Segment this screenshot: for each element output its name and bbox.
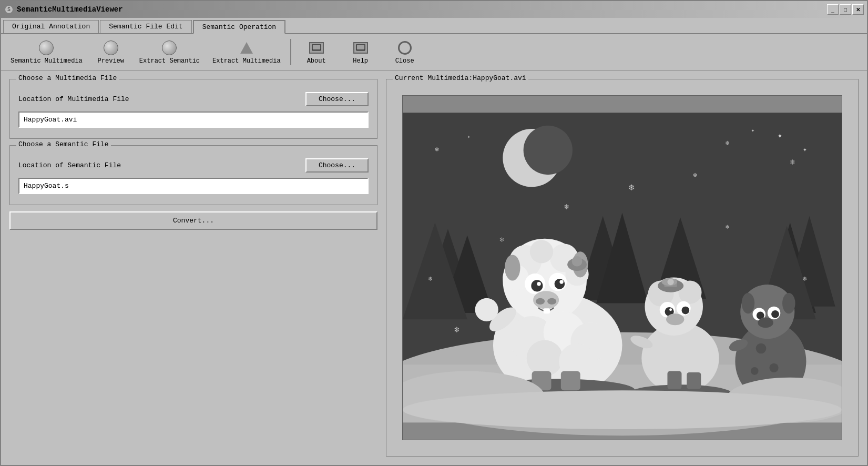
svg-text:✦: ✦ bbox=[467, 134, 471, 140]
tab-original-annotation[interactable]: Original Annotation bbox=[3, 20, 99, 33]
scene-svg: ✦ ✦ ✦ ❄ ❄ ✦ ❄ ❄ bbox=[403, 96, 842, 440]
minimize-button[interactable]: _ bbox=[827, 4, 839, 15]
right-panel: Current Multimedia:HappyGoat.avi ✦ ✦ ✦ ❄… bbox=[386, 79, 859, 457]
toolbar: Semantic Multimedia Preview Extract Sema… bbox=[1, 34, 867, 70]
svg-point-95 bbox=[782, 293, 795, 313]
semantic-location-label: Location of Semantic File bbox=[18, 161, 299, 169]
preview-button[interactable]: Preview bbox=[90, 37, 132, 67]
svg-point-92 bbox=[771, 310, 779, 318]
about-icon bbox=[308, 39, 325, 56]
preview-icon bbox=[103, 39, 119, 56]
current-multimedia-title: Current Multimedia:HappyGoat.avi bbox=[393, 74, 528, 82]
svg-point-98 bbox=[751, 367, 759, 375]
svg-rect-68 bbox=[561, 371, 580, 390]
svg-point-55 bbox=[547, 298, 556, 305]
svg-point-96 bbox=[756, 343, 767, 354]
close-icon bbox=[396, 39, 413, 56]
svg-point-65 bbox=[475, 298, 498, 321]
svg-point-14 bbox=[524, 126, 573, 175]
multimedia-file-input[interactable] bbox=[18, 112, 369, 128]
svg-point-58 bbox=[572, 256, 583, 267]
svg-point-62 bbox=[527, 340, 563, 377]
svg-point-76 bbox=[681, 307, 689, 315]
multimedia-file-group: Choose a Multimedia File Location of Mul… bbox=[9, 79, 377, 139]
svg-text:✦: ✦ bbox=[751, 128, 754, 134]
svg-text:❄: ❄ bbox=[499, 236, 504, 244]
choose-multimedia-button[interactable]: Choose... bbox=[305, 92, 369, 106]
toolbar-separator bbox=[290, 39, 291, 65]
svg-point-82 bbox=[667, 279, 673, 285]
semantic-file-input[interactable] bbox=[18, 178, 369, 194]
svg-point-94 bbox=[742, 293, 755, 313]
svg-rect-0 bbox=[312, 45, 321, 50]
semantic-multimedia-icon bbox=[38, 39, 55, 56]
svg-point-45 bbox=[505, 255, 520, 280]
svg-point-49 bbox=[531, 280, 543, 291]
semantic-file-group: Choose a Semantic File Location of Seman… bbox=[9, 145, 377, 205]
media-image: ✦ ✦ ✦ ❄ ❄ ✦ ❄ ❄ bbox=[402, 95, 842, 440]
window-title: SemanticMultimediaViewer bbox=[17, 5, 123, 14]
svg-point-78 bbox=[666, 313, 684, 325]
semantic-location-row: Location of Semantic File Choose... bbox=[18, 158, 369, 173]
semantic-multimedia-button[interactable]: Semantic Multimedia bbox=[5, 37, 88, 67]
close-window-button[interactable]: ✕ bbox=[852, 4, 864, 15]
svg-text:✦: ✦ bbox=[777, 131, 782, 141]
svg-point-97 bbox=[769, 363, 778, 372]
svg-text:❄: ❄ bbox=[726, 224, 729, 230]
svg-point-93 bbox=[758, 318, 773, 328]
svg-text:❄: ❄ bbox=[454, 326, 459, 335]
convert-button[interactable]: Convert... bbox=[9, 211, 377, 230]
svg-text:❄: ❄ bbox=[564, 203, 569, 211]
svg-rect-56 bbox=[544, 308, 550, 313]
tab-bar: Original Annotation Semantic File Edit S… bbox=[1, 18, 867, 34]
svg-point-43 bbox=[530, 240, 553, 263]
svg-point-54 bbox=[536, 298, 545, 305]
svg-text:❄: ❄ bbox=[790, 158, 795, 167]
extract-multimedia-icon bbox=[238, 39, 255, 56]
main-window: S SemanticMultimediaViewer _ □ ✕ Origina… bbox=[0, 0, 868, 466]
svg-rect-86 bbox=[687, 372, 701, 389]
extract-semantic-button[interactable]: Extract Semantic bbox=[134, 37, 205, 67]
title-buttons: _ □ ✕ bbox=[827, 4, 864, 15]
svg-point-51 bbox=[537, 282, 540, 286]
svg-point-52 bbox=[559, 280, 563, 283]
svg-point-77 bbox=[669, 308, 672, 311]
semantic-group-title: Choose a Semantic File bbox=[16, 140, 111, 148]
extract-multimedia-button[interactable]: Extract Multimedia bbox=[207, 37, 286, 67]
extract-semantic-icon bbox=[161, 39, 178, 56]
maximize-button[interactable]: □ bbox=[840, 4, 851, 15]
media-preview: ✦ ✦ ✦ ❄ ❄ ✦ ❄ ❄ bbox=[386, 79, 858, 456]
app-icon: S bbox=[4, 5, 14, 14]
multimedia-location-label: Location of Multimedia File bbox=[18, 95, 299, 103]
title-bar: S SemanticMultimediaViewer _ □ ✕ bbox=[1, 1, 867, 18]
choose-semantic-button[interactable]: Choose... bbox=[305, 158, 369, 173]
svg-point-50 bbox=[555, 279, 565, 289]
multimedia-location-row: Location of Multimedia File Choose... bbox=[18, 92, 369, 106]
svg-rect-2 bbox=[356, 45, 365, 50]
svg-text:❄: ❄ bbox=[435, 146, 439, 154]
main-content: Choose a Multimedia File Location of Mul… bbox=[1, 70, 867, 465]
svg-point-105 bbox=[403, 390, 842, 429]
close-button[interactable]: Close bbox=[384, 37, 426, 67]
left-panel: Choose a Multimedia File Location of Mul… bbox=[9, 79, 377, 457]
svg-text:✦: ✦ bbox=[803, 146, 807, 154]
svg-text:❄: ❄ bbox=[803, 276, 807, 283]
svg-text:❄: ❄ bbox=[629, 183, 635, 193]
help-icon bbox=[352, 39, 369, 56]
help-button[interactable]: Help bbox=[340, 37, 382, 67]
svg-text:❄: ❄ bbox=[693, 172, 698, 179]
multimedia-group-title: Choose a Multimedia File bbox=[16, 74, 119, 82]
svg-text:❄: ❄ bbox=[428, 276, 433, 283]
svg-rect-85 bbox=[667, 371, 681, 389]
tab-semantic-operation[interactable]: Semantic Operation bbox=[193, 20, 285, 34]
tab-semantic-file-edit[interactable]: Semantic File Edit bbox=[100, 20, 191, 33]
svg-text:❄: ❄ bbox=[726, 140, 730, 147]
title-bar-left: S SemanticMultimediaViewer bbox=[4, 5, 123, 14]
about-button[interactable]: About bbox=[295, 37, 338, 67]
